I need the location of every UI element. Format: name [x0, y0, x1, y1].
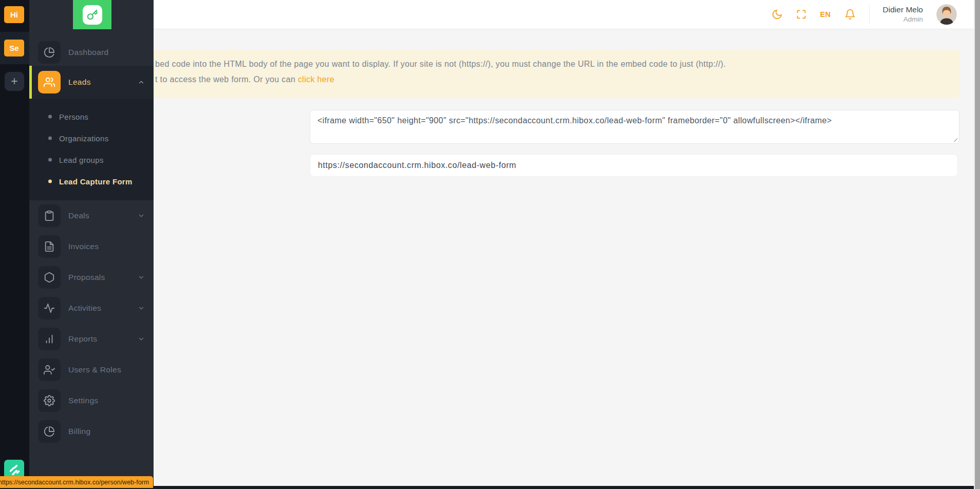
banner-text-line1: bed code into the HTML body of the page … [155, 60, 726, 69]
sidebar-subitem-organizations[interactable]: Organizations [29, 131, 154, 145]
dark-mode-icon[interactable] [771, 9, 783, 20]
pie-chart-icon [38, 420, 61, 443]
users-icon [38, 71, 61, 93]
sidebar-item-invoices[interactable]: Invoices [29, 235, 154, 258]
subitem-label: Lead Capture Form [59, 177, 133, 186]
chevron-down-icon [138, 335, 145, 343]
user-info[interactable]: Didier Melo Admin [883, 5, 923, 24]
sidebar-item-label: Invoices [68, 242, 99, 251]
subitem-label: Organizations [59, 134, 108, 143]
user-role: Admin [883, 15, 923, 24]
sidebar-item-reports[interactable]: Reports [29, 328, 154, 350]
add-workspace-button[interactable]: + [5, 72, 24, 91]
clipboard-icon [38, 204, 61, 227]
sidebar-item-billing[interactable]: Billing [29, 420, 154, 443]
link-status-tooltip: https://secondaccount.crm.hibox.co/perso… [0, 476, 153, 488]
activity-icon [38, 297, 61, 319]
fullscreen-icon[interactable] [796, 9, 806, 20]
bullet-icon [48, 180, 52, 183]
active-item-stripe [29, 66, 32, 99]
sidebar: Dashboard Leads Persons Organizations [29, 0, 154, 489]
subitem-label: Persons [59, 112, 88, 121]
header-divider [869, 5, 870, 24]
embed-code-textarea[interactable]: <iframe width="650" height="900" src="ht… [310, 110, 959, 144]
sidebar-item-label: Reports [68, 334, 97, 344]
avatar[interactable] [936, 4, 957, 25]
crm-app: EN Didier Melo Admin bed code into the H… [0, 0, 980, 489]
sidebar-subitem-lead-capture-form[interactable]: Lead Capture Form [29, 175, 154, 188]
sidebar-item-label: Leads [68, 78, 91, 87]
user-check-icon [38, 359, 61, 381]
chevron-down-icon [138, 305, 145, 312]
chevron-up-icon [138, 79, 145, 86]
sidebar-item-label: Billing [68, 427, 90, 436]
workspace-rail: Hi Se + [0, 0, 29, 489]
user-name: Didier Melo [883, 5, 923, 15]
sidebar-item-users-roles[interactable]: Users & Roles [29, 359, 154, 381]
gear-icon [38, 389, 61, 412]
scrollbar-thumb[interactable] [975, 0, 980, 489]
workspace-badge-hi[interactable]: Hi [4, 6, 24, 23]
banner-line2-text: t to access the web form. Or you can [155, 75, 298, 84]
web-form-url-input[interactable] [310, 154, 958, 177]
app-logo[interactable] [73, 0, 111, 29]
leads-submenu: Persons Organizations Lead groups Lead C… [29, 99, 154, 200]
top-header: EN Didier Melo Admin [154, 0, 974, 29]
bullet-icon [48, 158, 52, 162]
file-text-icon [38, 235, 61, 258]
status-url-text: https://secondaccount.crm.hibox.co/perso… [0, 479, 149, 486]
sidebar-item-settings[interactable]: Settings [29, 389, 154, 412]
sidebar-item-label: Dashboard [68, 48, 109, 57]
notifications-bell-icon[interactable] [844, 9, 856, 20]
sidebar-subitem-persons[interactable]: Persons [29, 110, 154, 123]
bar-chart-icon [38, 328, 61, 350]
sidebar-item-label: Activities [68, 304, 101, 313]
bullet-icon [48, 137, 52, 140]
embed-code-wrap: <iframe width="650" height="900" src="ht… [310, 110, 959, 144]
key-icon [83, 5, 102, 25]
chevron-down-icon [138, 274, 145, 281]
language-selector[interactable]: EN [820, 10, 831, 18]
bullet-icon [48, 115, 52, 119]
sidebar-item-dashboard[interactable]: Dashboard [29, 41, 154, 64]
sidebar-item-label: Deals [68, 211, 89, 220]
chevron-down-icon [138, 212, 145, 219]
banner-text-line2: t to access the web form. Or you can cli… [155, 75, 334, 84]
sidebar-subitem-lead-groups[interactable]: Lead groups [29, 153, 154, 166]
sidebar-item-proposals[interactable]: Proposals [29, 266, 154, 289]
subitem-label: Lead groups [59, 156, 104, 164]
pie-chart-icon [38, 41, 61, 64]
click-here-link[interactable]: click here [298, 75, 334, 84]
hexagon-icon [38, 266, 61, 289]
workspace-badge-se[interactable]: Se [4, 40, 24, 57]
sidebar-item-label: Proposals [68, 273, 105, 282]
sidebar-item-label: Settings [68, 396, 98, 405]
sidebar-item-label: Users & Roles [68, 365, 121, 374]
info-banner: bed code into the HTML body of the page … [154, 50, 959, 98]
sidebar-item-activities[interactable]: Activities [29, 297, 154, 319]
sidebar-item-deals[interactable]: Deals [29, 204, 154, 227]
page-scrollbar[interactable] [974, 0, 980, 489]
sidebar-item-leads[interactable]: Leads [29, 66, 154, 99]
